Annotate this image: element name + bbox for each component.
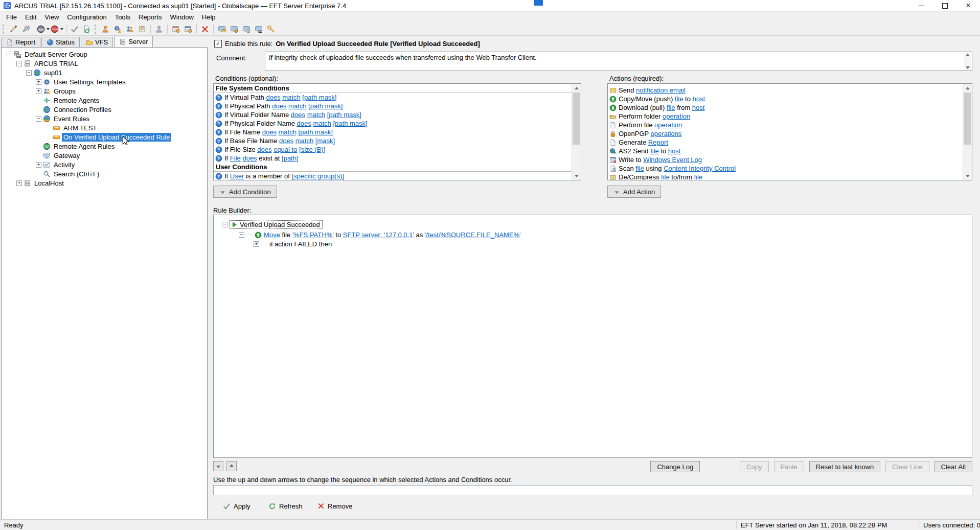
action-item-link[interactable]: file [667, 104, 675, 111]
action-item-link[interactable]: file [675, 95, 683, 103]
socket-connection-button[interactable] [20, 24, 31, 35]
rule-node-branch[interactable]: +if action FAILED then [254, 240, 332, 248]
tree-item-localhost[interactable]: +LocalHost [2, 178, 207, 188]
condition-item-link[interactable]: User [230, 172, 244, 180]
tree-item-connection-profiles[interactable]: Connection Profiles [2, 105, 207, 114]
expand-plus-toggle[interactable]: + [36, 88, 41, 94]
condition-item-link[interactable]: [path mask] [308, 102, 343, 110]
condition-item-link[interactable]: does [272, 102, 286, 110]
close-button[interactable]: × [956, 0, 980, 11]
enable-rule-checkbox[interactable]: ✓ [214, 40, 222, 48]
expand-plus-toggle[interactable]: + [36, 162, 41, 168]
action-item[interactable]: Generate Report [608, 138, 963, 147]
rule-node-event[interactable]: −Verified Upload Succeeded [222, 220, 323, 229]
expand-minus-toggle[interactable]: − [239, 232, 244, 238]
condition-item-link[interactable]: [specific group(s)] [292, 172, 345, 180]
clear-line-button[interactable]: Clear Line [885, 461, 929, 472]
action-item-link[interactable]: host [668, 147, 681, 155]
conditions-scrollbar[interactable] [572, 84, 581, 180]
action-item[interactable]: Perform file operation [608, 121, 963, 129]
condition-item[interactable]: ?If File Size does equal to [size (B)] [214, 145, 572, 154]
action-item[interactable]: Download (pull) file from host [608, 103, 963, 112]
change-log-button[interactable]: Change Log [650, 461, 700, 472]
new-group-button[interactable] [124, 24, 135, 35]
rule-node-link[interactable]: '%FS.PATH%' [292, 231, 334, 239]
condition-item-link[interactable]: [path] [282, 154, 299, 162]
refresh-config-button[interactable] [81, 24, 93, 35]
expand-minus-toggle[interactable]: − [222, 222, 227, 227]
action-item-link[interactable]: Report [648, 139, 668, 146]
comment-scrollbar[interactable] [964, 53, 971, 70]
condition-item[interactable]: ?If Base File Name does match [mask] [214, 136, 572, 145]
action-item[interactable]: Copy/Move (push) file to host [608, 95, 963, 103]
go-button[interactable]: GO [37, 24, 50, 35]
condition-item[interactable]: ?If User is a member of [specific group(… [214, 172, 572, 180]
tab-vfs[interactable]: VFS [81, 37, 113, 47]
action-item-link[interactable]: host [693, 95, 705, 103]
action-item-link[interactable]: operations [651, 130, 682, 137]
copy-event-rule-button[interactable] [183, 24, 194, 35]
remove-button[interactable]: Remove [314, 500, 355, 512]
action-item[interactable]: Perform folder operation [608, 112, 963, 121]
condition-item-link[interactable]: match [279, 128, 297, 136]
connect-wizard-button[interactable] [8, 24, 19, 35]
menu-window[interactable]: Window [166, 12, 198, 22]
new-settings-template-button[interactable] [112, 24, 123, 35]
web-transfer-client-button[interactable] [229, 24, 240, 35]
condition-item-link[interactable]: [path mask] [327, 111, 361, 119]
tree-item-search-ctrl-f[interactable]: Search (Ctrl+F) [2, 169, 207, 178]
scroll-down-button[interactable] [963, 172, 972, 180]
scroll-up-button[interactable] [963, 84, 972, 92]
new-event-rule-button[interactable] [170, 24, 181, 35]
action-item[interactable]: Send notification email [608, 86, 963, 95]
action-item[interactable]: Write to Windows Event Log [608, 155, 963, 164]
timeout-monitor-button[interactable] [241, 24, 252, 35]
condition-item-link[interactable]: [path mask] [299, 128, 333, 136]
scroll-up-icon[interactable] [966, 54, 970, 56]
copy-button[interactable]: Copy [740, 461, 768, 472]
actions-scrollbar[interactable] [963, 84, 972, 180]
add-action-button[interactable]: Add Action [607, 186, 661, 198]
apply-button[interactable]: Apply [220, 500, 254, 512]
action-item[interactable]: Scan file using Content Integrity Contro… [608, 164, 963, 173]
condition-item-link[interactable]: does [297, 120, 311, 127]
tree-item-event-rules[interactable]: −Event Rules [2, 114, 207, 123]
tree-item-arcus-trial[interactable]: −ARCUS TRIAL [2, 59, 207, 68]
scroll-down-button[interactable] [572, 172, 581, 180]
condition-item-link[interactable]: File [230, 154, 241, 162]
new-user-wizard-button[interactable] [100, 24, 111, 35]
backup-server-button[interactable] [136, 24, 148, 35]
condition-item-link[interactable]: does [242, 154, 257, 162]
tree-item-default-server-group[interactable]: −Default Server Group [2, 50, 207, 59]
stop-button[interactable]: STOP [51, 24, 63, 35]
action-item-link[interactable]: notification email [636, 86, 686, 94]
add-condition-button[interactable]: Add Condition [213, 186, 277, 198]
rule-node-link[interactable]: Move [264, 231, 280, 239]
action-item-link[interactable]: file [635, 165, 644, 172]
condition-item[interactable]: ?If Virtual Folder Name does match [path… [214, 110, 572, 119]
menu-configuration[interactable]: Configuration [63, 12, 110, 22]
expand-plus-toggle[interactable]: + [36, 79, 41, 85]
condition-item-link[interactable]: [mask] [315, 137, 335, 145]
tree-item-sup01[interactable]: −sup01 [2, 68, 207, 77]
rule-builder-canvas[interactable]: −Verified Upload Succeeded−Move file '%F… [213, 215, 972, 458]
clear-all-button[interactable]: Clear All [935, 461, 972, 472]
condition-item-link[interactable]: equal to [274, 146, 297, 153]
expand-minus-toggle[interactable]: − [7, 52, 12, 57]
action-item[interactable]: AS2 Send file to host [608, 147, 963, 155]
expand-minus-toggle[interactable]: − [16, 61, 22, 66]
menu-tools[interactable]: Tools [111, 12, 134, 22]
condition-item[interactable]: ?If Virtual Path does match [path mask] [214, 93, 572, 102]
refresh-button[interactable]: Refresh [265, 500, 306, 512]
condition-item-link[interactable]: does [266, 94, 280, 101]
tree-item-gateway[interactable]: Gateway [2, 151, 207, 160]
tree-item-user-settings-templates[interactable]: +User Settings Templates [2, 77, 207, 86]
condition-item[interactable]: ?If Physical Folder Name does match [pat… [214, 119, 572, 128]
scrollbar-thumb[interactable] [573, 93, 580, 145]
expand-plus-toggle[interactable]: + [16, 180, 22, 186]
menu-reports[interactable]: Reports [134, 12, 166, 22]
ssh-terminal-button[interactable]: SSH [253, 24, 264, 35]
find-user-button[interactable] [153, 24, 165, 35]
menu-view[interactable]: View [40, 12, 63, 22]
minimize-button[interactable] [909, 0, 933, 11]
